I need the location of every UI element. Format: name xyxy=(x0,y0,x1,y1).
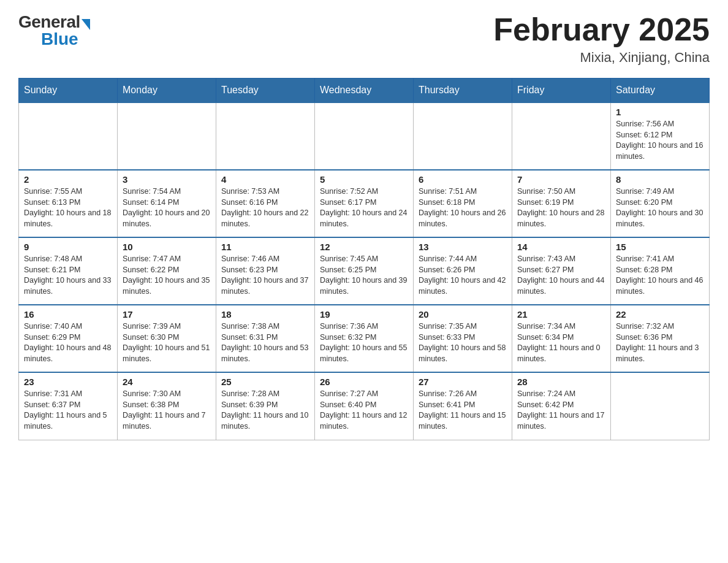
calendar-week-row: 1Sunrise: 7:56 AMSunset: 6:12 PMDaylight… xyxy=(19,102,710,170)
table-row: 15Sunrise: 7:41 AMSunset: 6:28 PMDayligh… xyxy=(611,237,710,305)
day-info: Sunrise: 7:35 AMSunset: 6:33 PMDaylight:… xyxy=(419,321,507,364)
table-row: 17Sunrise: 7:39 AMSunset: 6:30 PMDayligh… xyxy=(118,305,216,372)
day-info: Sunrise: 7:26 AMSunset: 6:41 PMDaylight:… xyxy=(419,389,507,432)
calendar-week-row: 23Sunrise: 7:31 AMSunset: 6:37 PMDayligh… xyxy=(19,372,710,440)
calendar-week-row: 16Sunrise: 7:40 AMSunset: 6:29 PMDayligh… xyxy=(19,305,710,372)
day-number: 11 xyxy=(221,242,309,252)
day-info: Sunrise: 7:38 AMSunset: 6:31 PMDaylight:… xyxy=(221,321,309,364)
day-number: 26 xyxy=(320,377,408,387)
calendar-header-row: Sunday Monday Tuesday Wednesday Thursday… xyxy=(19,79,710,103)
day-number: 13 xyxy=(419,242,507,252)
logo-arrow-icon xyxy=(82,19,90,30)
day-number: 2 xyxy=(24,174,112,185)
table-row: 5Sunrise: 7:52 AMSunset: 6:17 PMDaylight… xyxy=(315,170,414,237)
day-number: 22 xyxy=(616,309,704,320)
day-number: 20 xyxy=(419,309,507,320)
day-number: 25 xyxy=(221,377,309,387)
day-info: Sunrise: 7:41 AMSunset: 6:28 PMDaylight:… xyxy=(616,254,704,297)
month-title: February 2025 xyxy=(493,12,710,47)
day-number: 1 xyxy=(616,107,704,117)
table-row: 27Sunrise: 7:26 AMSunset: 6:41 PMDayligh… xyxy=(414,372,512,440)
day-number: 4 xyxy=(221,174,309,185)
day-info: Sunrise: 7:55 AMSunset: 6:13 PMDaylight:… xyxy=(24,186,112,229)
day-info: Sunrise: 7:39 AMSunset: 6:30 PMDaylight:… xyxy=(123,321,211,364)
day-info: Sunrise: 7:30 AMSunset: 6:38 PMDaylight:… xyxy=(123,389,211,432)
table-row: 12Sunrise: 7:45 AMSunset: 6:25 PMDayligh… xyxy=(315,237,414,305)
table-row: 13Sunrise: 7:44 AMSunset: 6:26 PMDayligh… xyxy=(414,237,512,305)
table-row xyxy=(512,102,611,170)
day-number: 7 xyxy=(517,174,605,185)
table-row xyxy=(414,102,512,170)
table-row: 28Sunrise: 7:24 AMSunset: 6:42 PMDayligh… xyxy=(512,372,611,440)
table-row: 6Sunrise: 7:51 AMSunset: 6:18 PMDaylight… xyxy=(414,170,512,237)
day-info: Sunrise: 7:24 AMSunset: 6:42 PMDaylight:… xyxy=(517,389,605,432)
table-row: 8Sunrise: 7:49 AMSunset: 6:20 PMDaylight… xyxy=(611,170,710,237)
logo-blue-text: Blue xyxy=(41,29,78,49)
table-row xyxy=(611,372,710,440)
header-monday: Monday xyxy=(118,79,216,103)
day-number: 18 xyxy=(221,309,309,320)
table-row: 9Sunrise: 7:48 AMSunset: 6:21 PMDaylight… xyxy=(19,237,118,305)
table-row: 20Sunrise: 7:35 AMSunset: 6:33 PMDayligh… xyxy=(414,305,512,372)
day-number: 6 xyxy=(419,174,507,185)
header-tuesday: Tuesday xyxy=(216,79,315,103)
day-info: Sunrise: 7:53 AMSunset: 6:16 PMDaylight:… xyxy=(221,186,309,229)
day-number: 17 xyxy=(123,309,211,320)
calendar-week-row: 9Sunrise: 7:48 AMSunset: 6:21 PMDaylight… xyxy=(19,237,710,305)
table-row: 26Sunrise: 7:27 AMSunset: 6:40 PMDayligh… xyxy=(315,372,414,440)
day-number: 28 xyxy=(517,377,605,387)
logo: General Blue xyxy=(18,12,90,49)
day-number: 8 xyxy=(616,174,704,185)
day-info: Sunrise: 7:46 AMSunset: 6:23 PMDaylight:… xyxy=(221,254,309,297)
day-number: 24 xyxy=(123,377,211,387)
day-info: Sunrise: 7:43 AMSunset: 6:27 PMDaylight:… xyxy=(517,254,605,297)
table-row: 14Sunrise: 7:43 AMSunset: 6:27 PMDayligh… xyxy=(512,237,611,305)
day-info: Sunrise: 7:28 AMSunset: 6:39 PMDaylight:… xyxy=(221,389,309,432)
day-number: 19 xyxy=(320,309,408,320)
day-info: Sunrise: 7:56 AMSunset: 6:12 PMDaylight:… xyxy=(616,119,704,162)
day-number: 27 xyxy=(419,377,507,387)
table-row: 7Sunrise: 7:50 AMSunset: 6:19 PMDaylight… xyxy=(512,170,611,237)
day-info: Sunrise: 7:45 AMSunset: 6:25 PMDaylight:… xyxy=(320,254,408,297)
day-info: Sunrise: 7:54 AMSunset: 6:14 PMDaylight:… xyxy=(123,186,211,229)
day-number: 16 xyxy=(24,309,112,320)
day-info: Sunrise: 7:31 AMSunset: 6:37 PMDaylight:… xyxy=(24,389,112,432)
day-number: 10 xyxy=(123,242,211,252)
day-info: Sunrise: 7:47 AMSunset: 6:22 PMDaylight:… xyxy=(123,254,211,297)
day-number: 23 xyxy=(24,377,112,387)
table-row: 11Sunrise: 7:46 AMSunset: 6:23 PMDayligh… xyxy=(216,237,315,305)
day-info: Sunrise: 7:34 AMSunset: 6:34 PMDaylight:… xyxy=(517,321,605,364)
title-section: February 2025 Mixia, Xinjiang, China xyxy=(493,12,710,66)
table-row: 1Sunrise: 7:56 AMSunset: 6:12 PMDaylight… xyxy=(611,102,710,170)
day-info: Sunrise: 7:36 AMSunset: 6:32 PMDaylight:… xyxy=(320,321,408,364)
table-row: 24Sunrise: 7:30 AMSunset: 6:38 PMDayligh… xyxy=(118,372,216,440)
day-info: Sunrise: 7:32 AMSunset: 6:36 PMDaylight:… xyxy=(616,321,704,364)
day-info: Sunrise: 7:40 AMSunset: 6:29 PMDaylight:… xyxy=(24,321,112,364)
location: Mixia, Xinjiang, China xyxy=(493,50,710,66)
day-number: 3 xyxy=(123,174,211,185)
table-row xyxy=(216,102,315,170)
table-row: 23Sunrise: 7:31 AMSunset: 6:37 PMDayligh… xyxy=(19,372,118,440)
header-wednesday: Wednesday xyxy=(315,79,414,103)
day-number: 15 xyxy=(616,242,704,252)
table-row: 19Sunrise: 7:36 AMSunset: 6:32 PMDayligh… xyxy=(315,305,414,372)
header-friday: Friday xyxy=(512,79,611,103)
table-row: 22Sunrise: 7:32 AMSunset: 6:36 PMDayligh… xyxy=(611,305,710,372)
table-row: 21Sunrise: 7:34 AMSunset: 6:34 PMDayligh… xyxy=(512,305,611,372)
day-number: 5 xyxy=(320,174,408,185)
table-row: 2Sunrise: 7:55 AMSunset: 6:13 PMDaylight… xyxy=(19,170,118,237)
day-info: Sunrise: 7:50 AMSunset: 6:19 PMDaylight:… xyxy=(517,186,605,229)
day-info: Sunrise: 7:27 AMSunset: 6:40 PMDaylight:… xyxy=(320,389,408,432)
day-info: Sunrise: 7:44 AMSunset: 6:26 PMDaylight:… xyxy=(419,254,507,297)
day-number: 21 xyxy=(517,309,605,320)
day-number: 14 xyxy=(517,242,605,252)
table-row: 18Sunrise: 7:38 AMSunset: 6:31 PMDayligh… xyxy=(216,305,315,372)
day-info: Sunrise: 7:51 AMSunset: 6:18 PMDaylight:… xyxy=(419,186,507,229)
day-info: Sunrise: 7:49 AMSunset: 6:20 PMDaylight:… xyxy=(616,186,704,229)
table-row: 4Sunrise: 7:53 AMSunset: 6:16 PMDaylight… xyxy=(216,170,315,237)
table-row xyxy=(118,102,216,170)
table-row xyxy=(315,102,414,170)
header-sunday: Sunday xyxy=(19,79,118,103)
page-header: General Blue February 2025 Mixia, Xinjia… xyxy=(18,12,710,66)
day-info: Sunrise: 7:48 AMSunset: 6:21 PMDaylight:… xyxy=(24,254,112,297)
